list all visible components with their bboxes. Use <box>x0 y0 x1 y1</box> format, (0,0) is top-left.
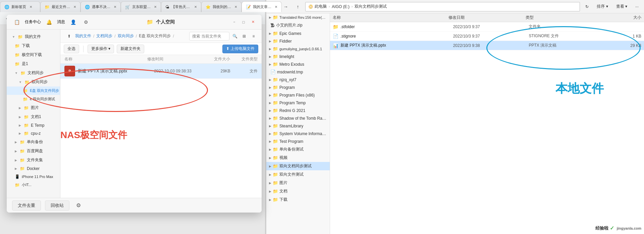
exp-nav-fiddler[interactable]: ▶ 📁 Fiddler <box>266 37 330 45</box>
exp-nav-redmi[interactable]: ▶ 📁 Redmi G 2021 <box>266 107 330 114</box>
exp-nav-twoway-file[interactable]: ▶ 📁 双向文件测试 <box>266 170 330 179</box>
sidebar-item-docs1[interactable]: ▶ 📁 文档1 <box>7 112 60 121</box>
sidebar-item-cpuz[interactable]: ▶ 📁 cpu-z <box>7 129 60 137</box>
recycle-button[interactable]: 回收站 <box>45 200 69 211</box>
tab-weather[interactable]: 🌤 【常热天气】 ✕ <box>161 1 201 12</box>
tab-recent[interactable]: 📁 最近文件 - 三... ✕ <box>40 1 80 12</box>
nas-search-input[interactable] <box>189 32 229 41</box>
sidebar-item-baidu[interactable]: ▶ 📁 百度网盘 <box>7 147 60 156</box>
exp-nav-limelight[interactable]: ▶ 📁 limelight <box>266 53 330 60</box>
tab-recent-close[interactable]: ✕ <box>73 5 76 9</box>
exp-file-stignore[interactable]: 📄 .stignore 2022/10/3 9:37 STIGNORE 文件 1… <box>330 32 644 41</box>
new-folder-button[interactable]: 新建文件夹 <box>117 45 144 53</box>
exp-up-button[interactable]: ↑ <box>293 2 303 11</box>
nav-label-video: 视频 <box>279 155 287 161</box>
nas-sort-icon[interactable]: ≡ <box>250 32 258 40</box>
sidebar-item-is1[interactable]: 📁 是1 <box>7 59 60 68</box>
tab-jd[interactable]: 🛒 京东联盟 - 拼... ✕ <box>121 1 161 12</box>
breadcrumb-myfiles[interactable]: 我的文件 <box>75 33 91 39</box>
settings-icon[interactable]: ⚙ <box>73 200 84 211</box>
sidebar-item-download[interactable]: 📁 下载 <box>7 41 60 50</box>
exp-nav-program[interactable]: ▶ 📁 Program <box>266 83 330 91</box>
exp-nav-metro[interactable]: ▶ 📁 Metro Exodus <box>266 60 330 68</box>
nas-file-item[interactable]: P 新建 PPTX 演示文稿.pptx 2022-10-03 09:38:33 … <box>60 64 262 79</box>
sidebar-item-jikong[interactable]: 📁 极空间下载 <box>7 50 60 59</box>
sidebar-label-etemp: E Temp <box>31 123 44 128</box>
trash-button[interactable]: 文件去重 <box>12 200 41 211</box>
nas-filelist-header: 名称 修改时间 文件大小 文件类型 <box>60 55 262 64</box>
exp-view-button[interactable]: 查看 ▾ <box>613 2 630 11</box>
nas-window-title: 📁 个人空间 <box>96 19 225 25</box>
sidebar-item-twoway[interactable]: ▼ 📁 双向同步 <box>7 77 60 86</box>
tab-jd-close[interactable]: ✕ <box>154 5 157 9</box>
exp-nav-doc[interactable]: ▶ 📁 文档 <box>266 187 330 195</box>
nas-gear-icon[interactable]: ⚙ <box>81 17 91 27</box>
exp-nav-steam[interactable]: ▶ 📁 SteamLibrary <box>266 122 330 130</box>
nas-tasks-icon[interactable]: 📋 <box>12 17 21 27</box>
upload-button[interactable]: ⬆ 上传电脑文件 <box>222 45 258 53</box>
nas-close-button[interactable]: ✕ <box>250 19 256 25</box>
nas-view-icon[interactable]: ⊞ <box>240 32 248 40</box>
sidebar-item-fileset[interactable]: ▶ 📁 文件夹集 <box>7 156 60 165</box>
tab-article[interactable]: 📝 我的文章 | 什... ✕ <box>241 1 282 12</box>
exp-nav-twoway-doc[interactable]: ▶ 📁 双向文档同步测试 <box>266 162 330 170</box>
breadcrumb-docsync[interactable]: 文档同步 <box>96 33 112 39</box>
sidebar-item-edrive[interactable]: 📁 E盘 双向文件同步 <box>7 86 60 95</box>
exp-sort-button[interactable]: 排序 ▾ <box>594 2 610 11</box>
exp-nav-tomb[interactable]: ▶ 📁 Shadow of the Tomb Raider <box>266 114 330 122</box>
nas-user-icon[interactable]: 👤 <box>68 17 78 27</box>
exp-nav-njzq[interactable]: ▶ 📁 njzq_xyt7 <box>266 76 330 83</box>
exp-nav-dl[interactable]: ▶ 📁 下载 <box>266 195 330 204</box>
sidebar-label-edrive: E盘 双向文件同步 <box>30 88 59 93</box>
sidebar-item-xiait[interactable]: 📁 小IT... <box>7 181 60 189</box>
sidebar-icon-myfiles: 📁 <box>18 35 23 39</box>
sidebar-item-docker[interactable]: ▶ 📁 Docker <box>7 165 60 173</box>
exp-nav-programtemp[interactable]: ▶ 📁 Program Temp <box>266 99 330 107</box>
tab-yuyu-close[interactable]: ✕ <box>114 5 116 9</box>
tab-review[interactable]: ⭐ 我收到的评价... ✕ <box>201 1 241 12</box>
exp-nav-pic[interactable]: ▶ 📁 图片 <box>266 179 330 187</box>
sidebar-icon-edrive: 📁 <box>23 89 28 93</box>
tab-new-close[interactable]: ✕ <box>30 5 32 9</box>
nas-body: ▼ 📁 我的文件 📁 下载 📁 极空间下载 📁 是1 ▼ <box>7 30 262 198</box>
select-all-button[interactable]: 全选 <box>64 45 79 53</box>
nas-maximize-button[interactable]: □ <box>240 19 247 25</box>
sidebar-item-etwoway[interactable]: 📁 e 双向同步测试 <box>7 95 60 103</box>
nas-bell-icon[interactable]: 🔔 <box>44 17 54 27</box>
exp-nav-gumuli[interactable]: ▶ 📁 gumuliying_jueqiv1.0.66.1 <box>266 45 330 53</box>
explorer-address-bar[interactable]: 📀 此电脑 › AIGO (E:) › 双向文档同步测试 <box>305 2 580 11</box>
exp-nav-programx86[interactable]: ▶ 📁 Program Files (x86) <box>266 91 330 99</box>
exp-nav-epicgames[interactable]: ▶ 📁 Epic Games <box>266 30 330 37</box>
sidebar-item-myfiles[interactable]: ▼ 📁 我的文件 <box>7 32 60 41</box>
sidebar-item-iphone[interactable]: 📱 iPhone 11 Pro Max <box>7 173 60 181</box>
tab-weather-close[interactable]: ✕ <box>194 5 197 9</box>
tab-yuyu[interactable]: 🌐 遇事不决极... ✕ <box>80 1 121 12</box>
exp-nav-testprogram[interactable]: ▶ 📁 Test Program <box>266 137 330 145</box>
sidebar-item-docsync[interactable]: ▼ 📁 文档同步 <box>7 68 60 77</box>
exp-nav-translated[interactable]: ▶ 📁 Translated Rev.156 more(added <box>266 13 330 21</box>
nas-search-icon[interactable]: 🔍 <box>231 32 239 40</box>
sidebar-item-pics[interactable]: ▶ 📁 图片 <box>7 103 60 112</box>
breadcrumb-twoway[interactable]: 双向同步 <box>118 33 134 39</box>
tab-review-close[interactable]: ✕ <box>234 5 237 9</box>
exp-refresh-button[interactable]: ↻ <box>583 2 591 11</box>
exp-nav-sysvolume[interactable]: ▶ 📁 System Volume Information <box>266 130 330 137</box>
exp-nav-backup1[interactable]: ▶ 📁 单向备份测试 <box>266 145 330 154</box>
sidebar-item-backup[interactable]: ▶ 📁 单向备份 <box>7 137 60 147</box>
more-ops-button[interactable]: 更多操作 ▾ <box>88 45 114 53</box>
nas-minimize-button[interactable]: － <box>231 19 237 25</box>
tab-new[interactable]: 🌐 新标签页 ✕ <box>0 1 40 12</box>
sidebar-item-etemp[interactable]: ▶ 📁 E Temp <box>7 121 60 129</box>
exp-file-stfolder[interactable]: 📁 .stfolder 2022/10/3 9:37 文件夹 <box>330 22 644 32</box>
nas-file-size: 29KB <box>206 69 230 73</box>
exp-more-button[interactable]: ··· <box>633 2 641 11</box>
exp-nav-msdownld[interactable]: 📄 msdownld.tmp <box>266 68 330 76</box>
breadcrumb-up-icon[interactable]: ⬆ <box>64 32 74 41</box>
exp-forward-button[interactable]: → <box>281 2 290 11</box>
exp-file-pptx[interactable]: 📊 新建 PPTX 演示文稿.pptx 2022/10/3 9:38 PPTX … <box>330 41 644 50</box>
nav-arrow-metro: ▶ <box>269 63 271 66</box>
exp-nav-xiaiai[interactable]: 🗜 小艾的照片.zip <box>266 21 330 30</box>
exp-nav-video[interactable]: ▶ 📁 视频 <box>266 154 330 162</box>
sidebar-label-docsync: 文档同步 <box>28 70 44 76</box>
tab-article-close[interactable]: ✕ <box>275 5 277 9</box>
